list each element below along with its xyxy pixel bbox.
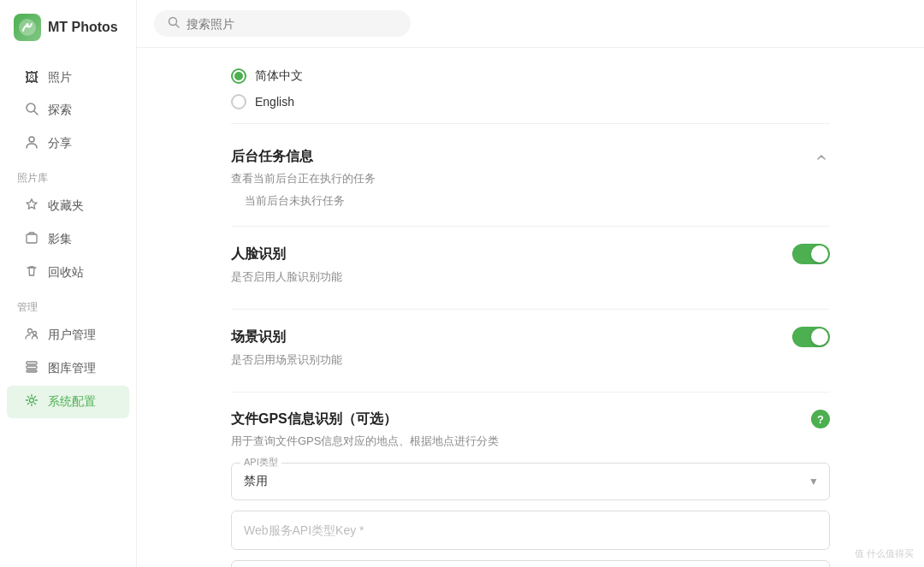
lang-option-en[interactable]: English (231, 94, 830, 109)
sidebar: MT Photos 🖼 照片 探索 分享 照片库 收藏夹 (0, 0, 137, 567)
lang-en-label: English (255, 95, 294, 109)
topbar (137, 0, 924, 48)
api-key-input-wrapper[interactable] (231, 511, 830, 550)
svg-point-11 (30, 399, 34, 403)
api-key-input[interactable] (232, 511, 829, 549)
face-recognition-title: 人脸识别 (231, 245, 286, 263)
svg-point-6 (28, 329, 33, 334)
background-tasks-section: 后台任务信息 查看当前后台正在执行的任务 当前后台未执行任务 (231, 131, 830, 227)
private-key-input[interactable] (232, 561, 829, 567)
svg-rect-10 (27, 370, 37, 372)
albums-icon (24, 231, 39, 248)
scene-recognition-desc: 是否启用场景识别功能 (231, 352, 830, 368)
svg-point-7 (33, 332, 37, 335)
gps-recognition-title: 文件GPS信息识别（可选） (231, 410, 397, 428)
sidebar-nav: 🖼 照片 探索 分享 照片库 收藏夹 影集 (0, 55, 136, 567)
sidebar-item-trash[interactable]: 回收站 (7, 257, 129, 289)
api-type-value: 禁用 (232, 464, 829, 499)
svg-rect-8 (27, 362, 37, 364)
gps-recognition-section: 文件GPS信息识别（可选） ? 用于查询文件GPS信息对应的地点、根据地点进行分… (231, 393, 830, 567)
explore-label: 探索 (48, 103, 72, 118)
sidebar-item-user-manage[interactable]: 用户管理 (7, 319, 129, 351)
scene-recognition-title: 场景识别 (231, 328, 286, 346)
favorites-icon (24, 198, 39, 215)
app-name: MT Photos (48, 20, 118, 35)
photos-label: 照片 (48, 70, 72, 86)
api-type-select[interactable]: API类型 禁用 ▼ (231, 463, 830, 500)
main-content: 简体中文 English 后台任务信息 查看当前后台正在执行的任务 (137, 0, 924, 567)
trash-icon (24, 264, 39, 281)
background-tasks-toggle[interactable] (813, 149, 830, 166)
user-manage-icon (24, 327, 39, 344)
background-tasks-desc: 查看当前后台正在执行的任务 (231, 171, 830, 186)
scene-recognition-header: 场景识别 (231, 327, 830, 347)
api-type-label: API类型 (240, 456, 281, 469)
system-config-label: 系统配置 (48, 394, 96, 410)
settings-container: 简体中文 English 后台任务信息 查看当前后台正在执行的任务 (231, 68, 830, 567)
logo-icon (14, 14, 41, 41)
gps-recognition-desc: 用于查询文件GPS信息对应的地点、根据地点进行分类 (231, 434, 830, 449)
background-tasks-header: 后台任务信息 (231, 148, 830, 166)
watermark: 值 什么值得买 (855, 547, 914, 560)
gps-help-icon[interactable]: ? (811, 410, 830, 428)
sidebar-item-library-manage[interactable]: 图库管理 (7, 352, 129, 385)
favorites-label: 收藏夹 (48, 198, 84, 214)
search-icon (168, 16, 180, 31)
language-section: 简体中文 English (231, 68, 830, 124)
explore-icon (24, 102, 39, 119)
scene-recognition-section: 场景识别 是否启用场景识别功能 (231, 310, 830, 393)
svg-point-1 (26, 23, 29, 27)
sidebar-item-photos[interactable]: 🖼 照片 (7, 62, 129, 93)
lang-zh-radio[interactable] (231, 68, 246, 84)
photos-icon: 🖼 (24, 70, 39, 86)
svg-rect-9 (27, 366, 37, 369)
lang-zh-label: 简体中文 (255, 68, 303, 84)
library-manage-icon (24, 360, 39, 377)
sidebar-item-system-config[interactable]: 系统配置 (7, 386, 129, 418)
system-config-icon (24, 393, 39, 410)
svg-point-4 (29, 137, 34, 142)
settings-content: 简体中文 English 后台任务信息 查看当前后台正在执行的任务 (137, 48, 924, 567)
language-radio-group: 简体中文 English (231, 68, 830, 109)
search-input[interactable] (187, 17, 397, 31)
background-tasks-title: 后台任务信息 (231, 148, 313, 166)
search-box[interactable] (154, 10, 411, 37)
sidebar-item-albums[interactable]: 影集 (7, 223, 129, 256)
lang-option-zh[interactable]: 简体中文 (231, 68, 830, 84)
svg-line-3 (34, 111, 38, 115)
sidebar-item-share[interactable]: 分享 (7, 127, 129, 160)
share-label: 分享 (48, 136, 72, 151)
gps-recognition-header: 文件GPS信息识别（可选） ? (231, 410, 830, 428)
face-recognition-desc: 是否启用人脸识别功能 (231, 269, 830, 285)
app-logo: MT Photos (0, 0, 136, 55)
face-recognition-section: 人脸识别 是否启用人脸识别功能 (231, 227, 830, 310)
face-recognition-header: 人脸识别 (231, 244, 830, 264)
svg-rect-5 (27, 234, 37, 243)
sidebar-item-explore[interactable]: 探索 (7, 94, 129, 127)
private-key-input-wrapper[interactable] (231, 560, 830, 567)
svg-line-13 (176, 25, 180, 28)
library-section-label: 照片库 (0, 161, 136, 189)
manage-section-label: 管理 (0, 290, 136, 318)
user-manage-label: 用户管理 (48, 328, 96, 343)
scene-recognition-toggle[interactable] (792, 327, 830, 347)
share-icon (24, 135, 39, 152)
library-manage-label: 图库管理 (48, 361, 96, 376)
trash-label: 回收站 (48, 265, 84, 281)
background-tasks-status: 当前后台未执行任务 (231, 193, 830, 209)
sidebar-item-favorites[interactable]: 收藏夹 (7, 190, 129, 222)
albums-label: 影集 (48, 232, 72, 247)
face-recognition-toggle[interactable] (792, 244, 830, 264)
lang-en-radio[interactable] (231, 94, 246, 109)
